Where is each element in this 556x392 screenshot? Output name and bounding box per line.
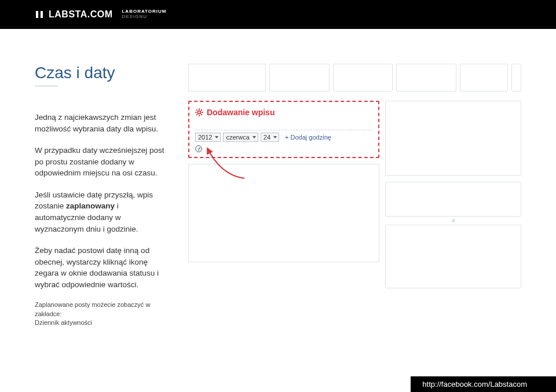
title-underline — [35, 86, 58, 86]
add-post-title: Dodawanie wpisu — [207, 108, 275, 117]
placeholder-tab — [511, 64, 521, 91]
svg-line-12 — [201, 109, 202, 111]
article-aside: Czas i daty Jedną z najciekawszych zmian… — [35, 64, 171, 327]
footnote-line2: Dziennik aktywności — [35, 318, 171, 327]
date-row: 2012 czerwca 24 + Dodaj godzinę — [195, 130, 372, 142]
header: LABSTA.COM LABORATORIUM DESIGNU — [0, 0, 556, 29]
paragraph-3: Jeśli ustawicie datę przyszłą, wpis zost… — [35, 189, 171, 235]
placeholder-tab — [396, 64, 456, 91]
add-post-header: Dodawanie wpisu — [195, 108, 372, 117]
placeholder-tab — [460, 64, 508, 91]
brand-logo: LABSTA.COM LABORATORIUM DESIGNU — [35, 9, 167, 20]
brand-subtitle-line2: DESIGNU — [122, 14, 166, 20]
svg-rect-3 — [39, 11, 41, 18]
placeholder-card — [385, 225, 521, 288]
paragraph-2: W przypadku daty wcześniejszej post po p… — [35, 145, 171, 179]
paragraph-1: Jedną z najciekawszych zmian jest możliw… — [35, 112, 171, 134]
clock-icon[interactable] — [195, 145, 202, 152]
brand-icon — [35, 10, 44, 19]
brand-name: LABSTA.COM — [49, 9, 112, 20]
placeholder-tabs — [188, 64, 521, 91]
illustration-area: Dodawanie wpisu 2012 czerwca 24 + Dodaj … — [188, 64, 521, 327]
placeholder-card — [385, 182, 521, 217]
svg-line-11 — [196, 114, 197, 115]
month-select[interactable]: czerwca — [223, 133, 258, 142]
add-post-panel: Dodawanie wpisu 2012 czerwca 24 + Dodaj … — [188, 101, 379, 158]
brand-subtitle: LABORATORIUM DESIGNU — [122, 9, 166, 20]
timeline-dot-icon — [452, 219, 455, 222]
placeholder-tab — [333, 64, 393, 91]
footer-url: http://facebook.com/Labstacom — [422, 380, 527, 389]
page-title: Czas i daty — [35, 64, 171, 82]
svg-rect-2 — [35, 11, 36, 18]
paragraph-4: Żeby nadać postowi datę inną od obecnej,… — [35, 245, 171, 290]
placeholder-card — [385, 101, 521, 176]
paragraph-3-bold: zaplanowany — [66, 202, 115, 210]
clock-row — [195, 145, 372, 152]
gear-icon — [195, 108, 203, 116]
footnote: Zaplanowane posty możecie zobaczyć w zak… — [35, 301, 171, 327]
day-select[interactable]: 24 — [261, 133, 279, 142]
placeholder-tab — [269, 64, 330, 91]
add-time-link[interactable]: + Dodaj godzinę — [285, 134, 331, 141]
svg-line-10 — [201, 114, 202, 115]
year-select[interactable]: 2012 — [195, 133, 221, 142]
placeholder-tab — [188, 64, 266, 91]
footer-link[interactable]: http://facebook.com/Labstacom — [411, 376, 556, 392]
footnote-line1: Zaplanowane posty możecie zobaczyć w zak… — [35, 301, 171, 318]
svg-line-9 — [196, 109, 197, 111]
placeholder-card — [188, 164, 379, 262]
svg-point-4 — [197, 111, 200, 113]
